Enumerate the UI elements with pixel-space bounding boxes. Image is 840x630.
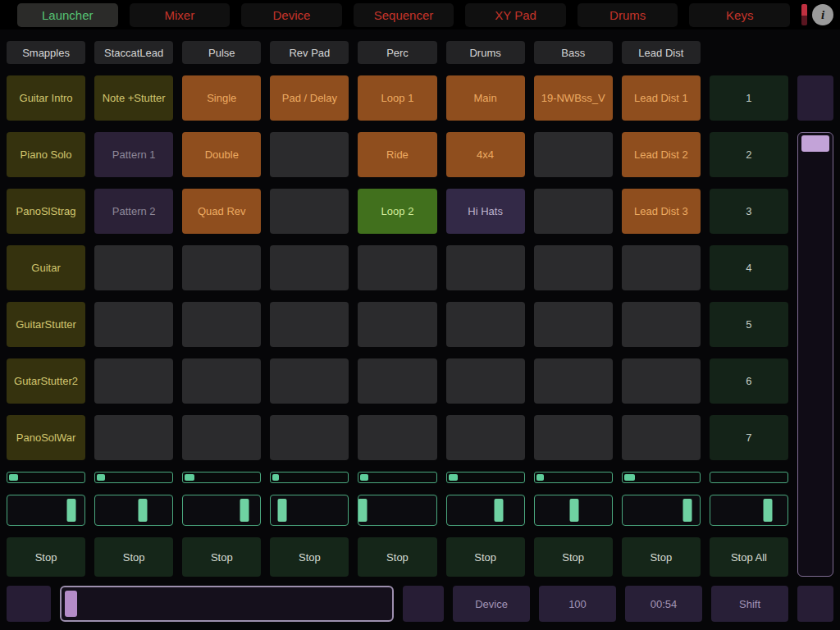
stop-button[interactable]: Stop (182, 537, 261, 577)
clip-slot-empty[interactable] (270, 358, 349, 404)
crossfader-handle[interactable] (65, 591, 77, 617)
clip-slot[interactable]: PanoSlStrag (7, 189, 85, 234)
clip-slot-empty[interactable] (270, 302, 349, 347)
clip-slot[interactable]: Main (446, 75, 525, 121)
tab-keys[interactable]: Keys (689, 3, 790, 27)
stop-button[interactable]: Stop (270, 537, 349, 577)
clip-slot-empty[interactable] (270, 132, 349, 177)
clip-slot-empty[interactable] (534, 302, 613, 347)
track-header[interactable]: Lead Dist (622, 41, 701, 64)
stop-button[interactable]: Stop (358, 537, 436, 577)
pan-slider[interactable] (358, 495, 436, 526)
clip-slot[interactable]: GutarStutter2 (7, 358, 85, 404)
clip-slot-empty[interactable] (182, 358, 261, 404)
clip-slot-empty[interactable] (622, 245, 701, 290)
tempo-display[interactable]: 100 (539, 586, 616, 622)
pan-slider[interactable] (7, 495, 85, 526)
clip-slot[interactable]: Lead Dist 3 (622, 189, 701, 234)
pan-slider[interactable] (710, 495, 788, 526)
clip-slot[interactable]: Lead Dist 1 (622, 75, 701, 121)
clip-slot[interactable]: 19-NWBss_V (534, 75, 613, 121)
clip-slot[interactable]: Pattern 1 (94, 132, 173, 177)
master-fader-handle[interactable] (801, 135, 829, 152)
clip-slot[interactable]: Loop 1 (358, 75, 436, 121)
clip-slot[interactable]: Hi Hats (446, 189, 525, 234)
scene-button[interactable]: 6 (710, 358, 788, 404)
clip-slot[interactable]: GuitarStutter (7, 302, 85, 347)
clip-slot[interactable]: Single (182, 75, 261, 121)
track-header[interactable]: Bass (534, 41, 613, 64)
clip-slot[interactable]: Loop 2 (358, 189, 436, 234)
clip-slot-empty[interactable] (182, 245, 261, 290)
clip-slot[interactable]: Guitar Intro (7, 75, 85, 121)
clip-slot-empty[interactable] (358, 358, 436, 404)
scene-button[interactable]: 2 (710, 132, 788, 177)
bottom-left-button[interactable] (7, 586, 51, 622)
clip-slot-empty[interactable] (358, 415, 436, 460)
track-header[interactable]: Pulse (182, 41, 261, 64)
pan-slider-handle[interactable] (139, 499, 148, 522)
pan-slider[interactable] (182, 495, 261, 526)
track-header[interactable]: StaccatLead (94, 41, 173, 64)
stop-button[interactable]: Stop (94, 537, 173, 577)
clip-slot-empty[interactable] (622, 415, 701, 460)
pan-slider-handle[interactable] (358, 499, 368, 522)
pan-slider[interactable] (446, 495, 525, 526)
pan-slider-handle[interactable] (763, 499, 772, 522)
right-top-button[interactable] (797, 75, 833, 121)
pan-slider-handle[interactable] (67, 499, 76, 522)
bottom-mid-button[interactable] (403, 586, 444, 622)
clip-slot-empty[interactable] (534, 132, 613, 177)
clip-slot[interactable]: Guitar (7, 245, 85, 290)
clip-slot-empty[interactable] (94, 302, 173, 347)
stop-button[interactable]: Stop (7, 537, 85, 577)
clip-slot[interactable]: Ride (358, 132, 436, 177)
tab-sequencer[interactable]: Sequencer (354, 3, 454, 27)
clip-slot-empty[interactable] (270, 245, 349, 290)
stop-button[interactable]: Stop (446, 537, 525, 577)
clip-slot-empty[interactable] (534, 358, 613, 404)
clip-slot[interactable]: Pad / Delay (270, 75, 349, 121)
pan-slider-handle[interactable] (240, 499, 249, 522)
clip-slot[interactable]: Lead Dist 2 (622, 132, 701, 177)
tab-launcher[interactable]: Launcher (17, 3, 118, 27)
clip-slot-empty[interactable] (358, 245, 436, 290)
clip-slot-empty[interactable] (94, 358, 173, 404)
info-button[interactable]: i (812, 4, 833, 25)
clip-slot-empty[interactable] (622, 302, 701, 347)
bottom-right-button[interactable] (797, 586, 833, 622)
clip-slot[interactable]: Piano Solo (7, 132, 85, 177)
clip-slot-empty[interactable] (446, 358, 525, 404)
tab-device[interactable]: Device (241, 3, 342, 27)
shift-button[interactable]: Shift (711, 586, 788, 622)
clip-slot[interactable]: PanoSolWar (7, 415, 85, 460)
clip-slot-empty[interactable] (446, 245, 525, 290)
pan-slider-handle[interactable] (494, 499, 503, 522)
clip-slot-empty[interactable] (358, 302, 436, 347)
track-header[interactable]: Drums (446, 41, 525, 64)
scene-button[interactable]: 4 (710, 245, 788, 290)
track-header[interactable]: Smapples (7, 41, 85, 64)
clip-slot-empty[interactable] (270, 189, 349, 234)
tab-xy-pad[interactable]: XY Pad (465, 3, 566, 27)
master-fader[interactable] (797, 132, 833, 577)
track-header[interactable]: Perc (358, 41, 436, 64)
clip-slot-empty[interactable] (94, 245, 173, 290)
clip-slot[interactable]: 4x4 (446, 132, 525, 177)
pan-slider[interactable] (270, 495, 349, 526)
pan-slider[interactable] (534, 495, 613, 526)
clip-slot-empty[interactable] (94, 415, 173, 460)
clip-slot-empty[interactable] (182, 415, 261, 460)
device-button[interactable]: Device (453, 586, 530, 622)
scene-button[interactable]: 3 (710, 189, 788, 234)
tab-drums[interactable]: Drums (578, 3, 678, 27)
clip-slot[interactable]: Quad Rev (182, 189, 261, 234)
pan-slider-handle[interactable] (569, 499, 578, 522)
clip-slot[interactable]: Double (182, 132, 261, 177)
scene-button[interactable]: 5 (710, 302, 788, 347)
clip-slot-empty[interactable] (534, 189, 613, 234)
pan-slider[interactable] (94, 495, 173, 526)
pan-slider-handle[interactable] (278, 499, 287, 522)
clip-slot[interactable]: Pattern 2 (94, 189, 173, 234)
clip-slot-empty[interactable] (182, 302, 261, 347)
